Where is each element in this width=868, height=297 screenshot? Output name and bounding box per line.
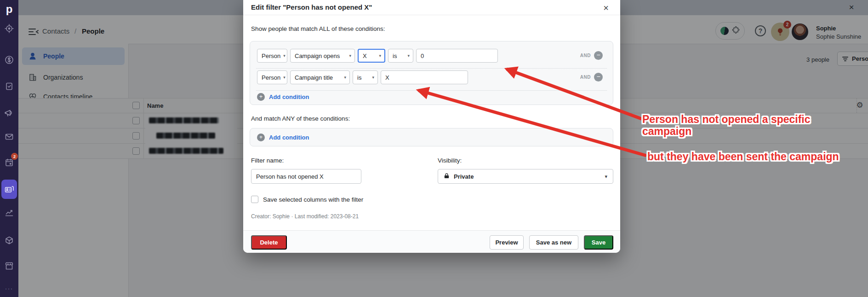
any-conditions-panel: + Add condition [250,128,613,146]
edit-filter-modal: Edit filter "Person has not opened X" × … [243,0,620,253]
chevron-down-icon: ▾ [605,174,607,180]
remove-condition-icon[interactable]: − [594,73,603,82]
deals-icon[interactable] [5,55,14,64]
products-icon[interactable] [5,236,14,245]
preview-button[interactable]: Preview [490,235,524,250]
condition-row-2: Person▾ Campaign title▾ is▾ AND − [250,70,613,84]
visibility-label: Visibility: [438,157,462,164]
any-conditions-label: And match ANY of these conditions: [251,115,350,122]
modal-footer: Delete Preview Save as new Save [243,230,620,253]
chevron-down-icon: ▾ [283,75,286,80]
add-condition-button[interactable]: + Add condition [257,93,309,101]
operator-select[interactable]: is▾ [353,70,378,84]
plus-circle-icon: + [257,134,265,141]
pipedrive-logo: p [0,3,18,16]
save-columns-label: Save selected columns with the filter [263,196,363,203]
condition-value-input[interactable] [416,49,498,63]
modal-title: Edit filter "Person has not opened X" [251,3,372,11]
leads-icon[interactable] [5,24,14,33]
lock-icon [444,173,450,180]
all-conditions-panel: Person▾ Campaign opens▾ X▾ is▾ AND − Per… [250,41,613,105]
condition-value-input[interactable] [381,70,468,84]
chevron-down-icon: ▾ [349,53,351,58]
contacts-icon[interactable] [1,180,17,199]
field-select[interactable]: Campaign title▾ [290,70,350,84]
save-button[interactable]: Save [584,235,613,250]
filter-name-label: Filter name: [251,157,284,164]
rail-more-icon[interactable]: ··· [0,285,18,292]
field-select[interactable]: Campaign opens▾ [290,49,355,63]
chevron-down-icon: ▾ [344,75,346,80]
operator-select[interactable]: is▾ [388,49,413,63]
filter-meta: Creator: Sophie · Last modified: 2023-08… [251,213,359,220]
add-condition-button[interactable]: + Add condition [257,134,309,141]
save-as-new-button[interactable]: Save as new [529,235,578,250]
modal-close-icon[interactable]: × [600,2,612,14]
campaigns-icon[interactable] [5,108,14,117]
condition-row-1: Person▾ Campaign opens▾ X▾ is▾ AND − [250,49,613,63]
insights-icon[interactable] [5,208,14,217]
chevron-down-icon: ▾ [379,53,381,58]
delete-button[interactable]: Delete [251,235,287,250]
visibility-select[interactable]: Private ▾ [438,169,613,184]
projects-icon[interactable] [5,82,14,91]
sub-value-select[interactable]: X▾ [358,49,385,63]
activities-badge: 2 [11,153,18,160]
entity-select[interactable]: Person▾ [257,70,287,84]
marketplace-icon[interactable] [5,262,14,271]
and-label: AND [580,75,591,80]
app-rail: p 2 ··· [0,0,18,297]
filter-name-input[interactable] [251,169,361,184]
remove-condition-icon[interactable]: − [594,51,603,60]
plus-circle-icon: + [257,93,265,101]
mail-icon[interactable] [5,132,14,141]
all-conditions-label: Show people that match ALL of these cond… [251,25,385,32]
chevron-down-icon: ▾ [372,75,374,80]
entity-select[interactable]: Person▾ [257,49,287,63]
and-label: AND [580,53,591,58]
chevron-down-icon: ▾ [407,53,410,58]
chevron-down-icon: ▾ [283,53,286,58]
save-columns-checkbox[interactable] [251,196,258,203]
